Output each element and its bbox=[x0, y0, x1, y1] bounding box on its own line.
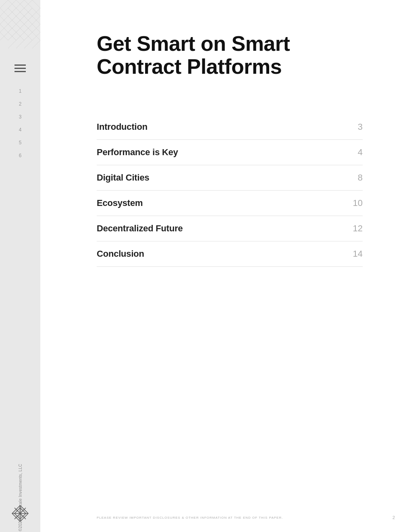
page-num-4[interactable]: 4 bbox=[19, 127, 22, 133]
footer-page-number: 2 bbox=[392, 515, 395, 520]
toc-page-decentralized: 12 bbox=[353, 223, 363, 234]
grayscale-logo bbox=[11, 505, 29, 524]
toc-label-ecosystem: Ecosystem bbox=[97, 198, 143, 208]
toc-row-digital-cities[interactable]: Digital Cities 8 bbox=[97, 165, 363, 191]
page-title: Get Smart on Smart Contract Platforms bbox=[97, 32, 363, 78]
page-number-list: 1 2 3 4 5 6 bbox=[19, 88, 22, 158]
page-num-1[interactable]: 1 bbox=[19, 88, 22, 94]
toc-label-conclusion: Conclusion bbox=[97, 249, 144, 259]
toc-label-introduction: Introduction bbox=[97, 122, 147, 132]
footer: PLEASE REVIEW IMPORTANT DISCLOSURES & OT… bbox=[97, 515, 395, 520]
table-of-contents: Introduction 3 Performance is Key 4 Digi… bbox=[97, 114, 363, 267]
main-content: Get Smart on Smart Contract Platforms In… bbox=[40, 0, 411, 532]
toc-page-introduction: 3 bbox=[358, 122, 363, 132]
svg-line-69 bbox=[16, 40, 24, 48]
toc-page-ecosystem: 10 bbox=[353, 198, 363, 208]
svg-line-0 bbox=[0, 0, 8, 8]
page-num-6[interactable]: 6 bbox=[19, 153, 22, 158]
toc-row-performance[interactable]: Performance is Key 4 bbox=[97, 140, 363, 165]
sidebar: 1 2 3 4 5 6 ©2022 Grayscale Investments,… bbox=[0, 0, 40, 532]
page-num-5[interactable]: 5 bbox=[19, 140, 22, 145]
page-num-2[interactable]: 2 bbox=[19, 101, 22, 107]
toc-row-conclusion[interactable]: Conclusion 14 bbox=[97, 241, 363, 267]
toc-label-decentralized: Decentralized Future bbox=[97, 223, 183, 234]
toc-page-digital-cities: 8 bbox=[358, 172, 363, 183]
toc-row-ecosystem[interactable]: Ecosystem 10 bbox=[97, 191, 363, 216]
toc-label-digital-cities: Digital Cities bbox=[97, 172, 149, 183]
svg-line-72 bbox=[24, 40, 32, 48]
sidebar-graphic bbox=[0, 0, 40, 52]
toc-row-introduction[interactable]: Introduction 3 bbox=[97, 114, 363, 140]
toc-label-performance: Performance is Key bbox=[97, 147, 178, 158]
toc-page-performance: 4 bbox=[358, 147, 363, 158]
svg-line-75 bbox=[32, 40, 40, 48]
toc-page-conclusion: 14 bbox=[353, 249, 363, 259]
page-num-3[interactable]: 3 bbox=[19, 114, 22, 120]
menu-icon[interactable] bbox=[15, 64, 26, 72]
svg-line-13 bbox=[32, 0, 40, 8]
svg-line-66 bbox=[8, 40, 16, 48]
footer-disclaimer: PLEASE REVIEW IMPORTANT DISCLOSURES & OT… bbox=[97, 516, 283, 520]
toc-row-decentralized[interactable]: Decentralized Future 12 bbox=[97, 216, 363, 241]
